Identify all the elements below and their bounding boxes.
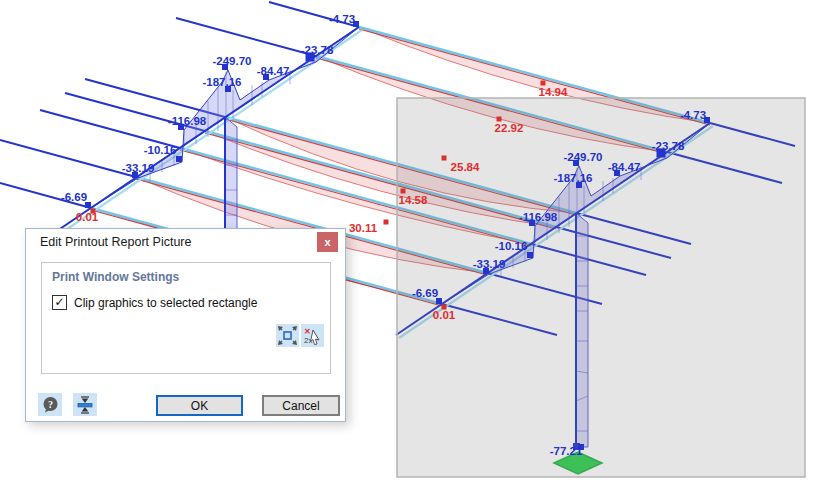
ok-button[interactable]: OK bbox=[156, 395, 243, 416]
value-label: -23.78 bbox=[652, 140, 685, 152]
fit-selection-rectangle-icon bbox=[278, 326, 297, 345]
fit-picture-height-button[interactable] bbox=[73, 393, 97, 416]
value-label: -10.16 bbox=[144, 144, 177, 156]
value-label: -33.19 bbox=[473, 258, 506, 270]
dialog-title: Edit Printout Report Picture bbox=[40, 235, 191, 249]
value-label: -84.47 bbox=[608, 161, 641, 173]
value-label: 0.01 bbox=[433, 309, 456, 321]
fit-picture-height-icon bbox=[76, 396, 94, 414]
clip-graphics-checkbox[interactable]: ✓ bbox=[52, 295, 67, 310]
node-marker bbox=[442, 156, 447, 161]
value-label: 22.92 bbox=[495, 122, 524, 134]
node-marker bbox=[541, 81, 546, 86]
value-label: -10.16 bbox=[495, 240, 528, 252]
value-label: -4.73 bbox=[329, 13, 355, 25]
fit-selection-rectangle-button[interactable] bbox=[276, 324, 299, 347]
clip-graphics-checkbox-row[interactable]: ✓ Clip graphics to selected rectangle bbox=[52, 295, 257, 310]
value-label: 0.01 bbox=[76, 211, 99, 223]
value-label: -249.70 bbox=[563, 151, 602, 163]
value-label: -6.69 bbox=[61, 191, 87, 203]
print-window-settings-group: Print Window Settings ✓ Clip graphics to… bbox=[41, 262, 331, 374]
svg-text:✕: ✕ bbox=[304, 327, 311, 336]
node-marker bbox=[401, 189, 406, 194]
value-label: -77.21 bbox=[550, 445, 583, 457]
application-window: -4.73-23.78-249.70-84.47-187.16-116.98-1… bbox=[0, 0, 815, 488]
help-icon: ? bbox=[42, 396, 59, 413]
value-label: -6.69 bbox=[412, 287, 438, 299]
value-label: -23.78 bbox=[301, 44, 334, 56]
help-button[interactable]: ? bbox=[38, 393, 62, 416]
group-title: Print Window Settings bbox=[52, 270, 179, 284]
node-marker bbox=[497, 117, 502, 122]
remove-two-click-selection-icon: ✕ 2x bbox=[303, 326, 322, 345]
value-label: -33.19 bbox=[122, 162, 155, 174]
value-label: -187.16 bbox=[553, 172, 592, 184]
value-label: 14.94 bbox=[539, 86, 568, 98]
value-label: -249.70 bbox=[212, 55, 251, 67]
cancel-button[interactable]: Cancel bbox=[262, 395, 340, 416]
remove-two-click-selection-button[interactable]: ✕ 2x bbox=[301, 324, 324, 347]
value-label: -187.16 bbox=[202, 76, 241, 88]
clip-graphics-checkbox-label: Clip graphics to selected rectangle bbox=[74, 296, 257, 310]
close-icon: x bbox=[324, 236, 330, 248]
node-marker bbox=[527, 252, 533, 258]
dialog-titlebar[interactable]: Edit Printout Report Picture x bbox=[26, 229, 345, 255]
close-button[interactable]: x bbox=[317, 232, 338, 252]
value-label: 14.58 bbox=[399, 194, 428, 206]
value-label: -4.73 bbox=[680, 109, 706, 121]
value-label: 25.84 bbox=[451, 161, 480, 173]
value-label: -116.98 bbox=[168, 115, 207, 127]
node-marker bbox=[384, 220, 389, 225]
edit-printout-report-picture-dialog: Edit Printout Report Picture x Print Win… bbox=[25, 228, 346, 422]
value-label: 30.11 bbox=[349, 222, 378, 234]
svg-text:?: ? bbox=[48, 399, 53, 410]
node-marker bbox=[176, 156, 182, 162]
value-label: -84.47 bbox=[257, 65, 290, 77]
value-label: -116.98 bbox=[519, 211, 558, 223]
